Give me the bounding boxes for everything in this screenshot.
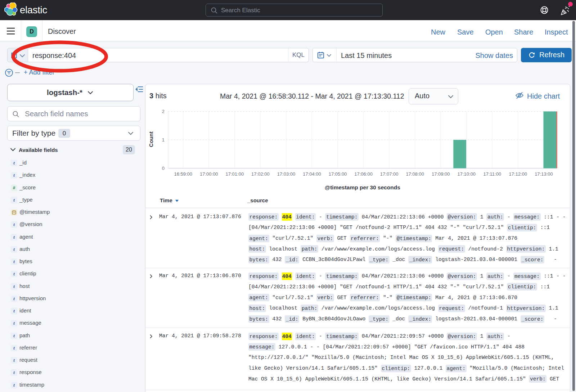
svg-text:17:05:00: 17:05:00 — [329, 171, 347, 177]
svg-text:Count: Count — [148, 131, 154, 147]
svg-text:17:04:00: 17:04:00 — [303, 171, 321, 177]
svg-text:0: 0 — [162, 166, 165, 171]
svg-text:17:06:00: 17:06:00 — [354, 171, 373, 177]
svg-text:1: 1 — [162, 137, 165, 143]
svg-text:17:00:00: 17:00:00 — [200, 171, 218, 177]
svg-text:17:01:00: 17:01:00 — [226, 171, 244, 177]
svg-text:@timestamp per 30 seconds: @timestamp per 30 seconds — [325, 184, 400, 190]
svg-text:17:09:00: 17:09:00 — [432, 171, 450, 177]
svg-text:17:07:00: 17:07:00 — [380, 171, 399, 177]
svg-text:17:13:00: 17:13:00 — [535, 171, 553, 177]
svg-text:16:59:00: 16:59:00 — [174, 171, 192, 177]
svg-text:17:12:00: 17:12:00 — [509, 171, 527, 177]
svg-text:17:03:00: 17:03:00 — [277, 171, 296, 177]
svg-text:2: 2 — [162, 109, 165, 114]
svg-text:17:10:00: 17:10:00 — [457, 171, 476, 177]
svg-text:17:02:00: 17:02:00 — [251, 171, 270, 177]
svg-text:17:11:00: 17:11:00 — [483, 171, 501, 177]
svg-text:17:08:00: 17:08:00 — [406, 171, 424, 177]
